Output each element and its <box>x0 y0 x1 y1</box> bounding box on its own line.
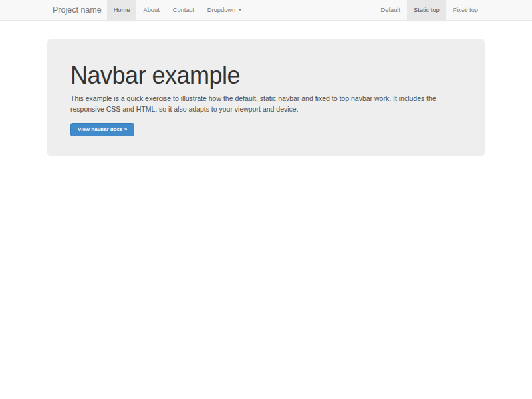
nav-link-default[interactable]: Default <box>374 0 407 20</box>
navbar-right-nav: Default Static top Fixed top <box>374 0 485 20</box>
nav-link-fixed-top[interactable]: Fixed top <box>446 0 485 20</box>
main-container: Navbar example This example is a quick e… <box>47 39 485 156</box>
nav-item-fixed-top: Fixed top <box>446 0 485 20</box>
nav-item-about: About <box>136 0 166 20</box>
dropdown-label: Dropdown <box>207 7 235 13</box>
nav-link-dropdown[interactable]: Dropdown <box>201 0 249 20</box>
nav-item-contact: Contact <box>166 0 201 20</box>
nav-item-dropdown: Dropdown <box>201 0 249 20</box>
nav-item-static-top: Static top <box>407 0 446 20</box>
navbar: Project name Home About Contact Dropdown… <box>0 0 532 21</box>
nav-item-home: Home <box>107 0 137 20</box>
nav-link-home[interactable]: Home <box>107 0 137 20</box>
nav-link-contact[interactable]: Contact <box>166 0 201 20</box>
caret-down-icon <box>238 9 242 11</box>
page-title: Navbar example <box>70 63 462 89</box>
navbar-container: Project name Home About Contact Dropdown… <box>47 0 485 20</box>
jumbotron-description: This example is a quick exercise to illu… <box>70 94 443 114</box>
navbar-left-nav: Home About Contact Dropdown <box>107 0 249 20</box>
nav-link-static-top[interactable]: Static top <box>407 0 446 20</box>
nav-item-default: Default <box>374 0 407 20</box>
brand-link[interactable]: Project name <box>47 0 107 20</box>
view-navbar-docs-button[interactable]: View navbar docs » <box>70 123 134 136</box>
nav-link-about[interactable]: About <box>136 0 166 20</box>
jumbotron: Navbar example This example is a quick e… <box>47 39 485 156</box>
